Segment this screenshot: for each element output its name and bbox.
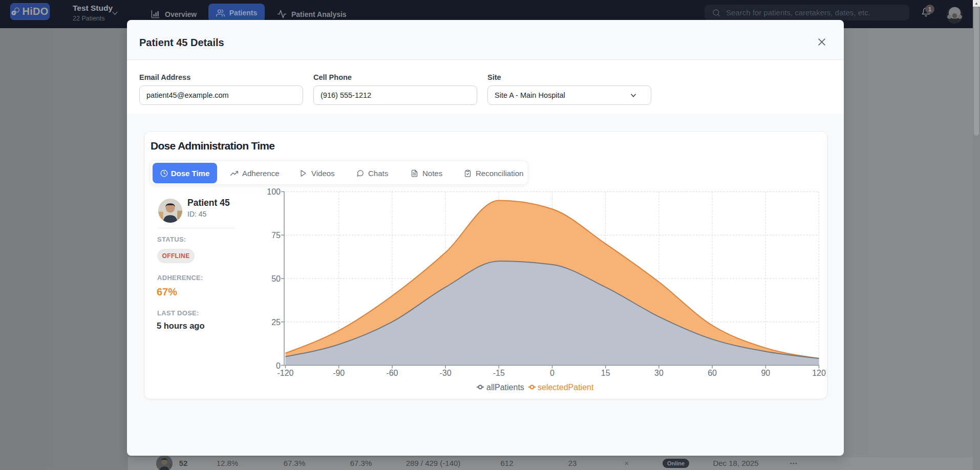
svg-text:-15: -15 <box>493 369 505 377</box>
svg-text:60: 60 <box>708 369 717 377</box>
svg-text:-120: -120 <box>277 369 293 377</box>
svg-text:-60: -60 <box>386 369 398 377</box>
svg-text:selectedPatient: selectedPatient <box>538 383 594 392</box>
svg-text:25: 25 <box>271 318 281 327</box>
svg-text:100: 100 <box>267 187 281 196</box>
svg-text:-30: -30 <box>440 369 452 377</box>
svg-text:30: 30 <box>654 369 664 377</box>
svg-text:0: 0 <box>276 361 281 370</box>
svg-text:50: 50 <box>271 274 281 283</box>
svg-text:90: 90 <box>761 369 770 377</box>
svg-text:120: 120 <box>812 369 826 377</box>
svg-text:-90: -90 <box>333 369 345 377</box>
svg-text:allPatients: allPatients <box>486 383 524 392</box>
svg-text:15: 15 <box>601 369 610 377</box>
svg-text:75: 75 <box>271 231 281 240</box>
svg-text:0: 0 <box>550 369 555 377</box>
